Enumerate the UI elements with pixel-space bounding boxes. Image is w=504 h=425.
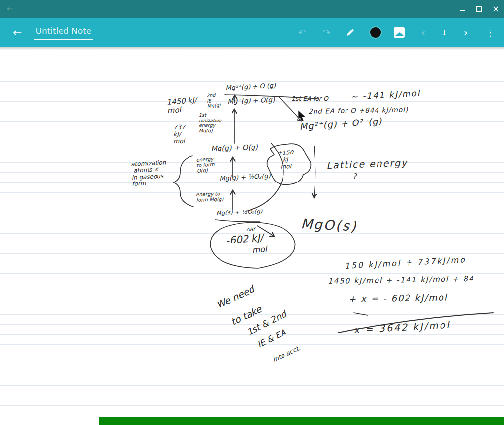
next-page-icon[interactable]: › bbox=[460, 27, 472, 39]
undo-icon[interactable]: ↶ bbox=[296, 27, 308, 38]
note-toolbar: ← Untitled Note ↶ ↷ ‹ 1 › ⋮ bbox=[0, 18, 504, 47]
overflow-menu-icon[interactable]: ⋮ bbox=[484, 28, 496, 38]
back-arrow-icon[interactable]: ← bbox=[13, 27, 22, 39]
mountain-glyph-small bbox=[399, 33, 404, 36]
minimize-icon[interactable] bbox=[459, 5, 466, 12]
pen-color-swatch[interactable] bbox=[370, 27, 381, 38]
prev-page-icon[interactable]: ‹ bbox=[417, 27, 429, 39]
insert-image-icon[interactable] bbox=[394, 27, 405, 38]
toolbar-actions: ↶ ↷ ‹ 1 › ⋮ bbox=[296, 18, 496, 47]
page-number: 1 bbox=[442, 28, 447, 37]
window-controls: × bbox=[459, 0, 499, 18]
note-title-input[interactable]: Untitled Note bbox=[34, 25, 93, 40]
maximize-icon[interactable] bbox=[475, 5, 482, 12]
redo-icon[interactable]: ↷ bbox=[321, 27, 333, 38]
browser-back-icon[interactable]: ← bbox=[7, 4, 13, 13]
note-canvas[interactable] bbox=[0, 47, 504, 425]
close-icon[interactable]: × bbox=[492, 5, 499, 12]
video-progress-bar[interactable] bbox=[99, 417, 504, 425]
pen-tool-icon[interactable] bbox=[346, 28, 357, 37]
app-window: ← × ← Untitled Note ↶ ↷ ‹ 1 › bbox=[0, 0, 504, 425]
window-titlebar: ← × bbox=[0, 0, 504, 18]
